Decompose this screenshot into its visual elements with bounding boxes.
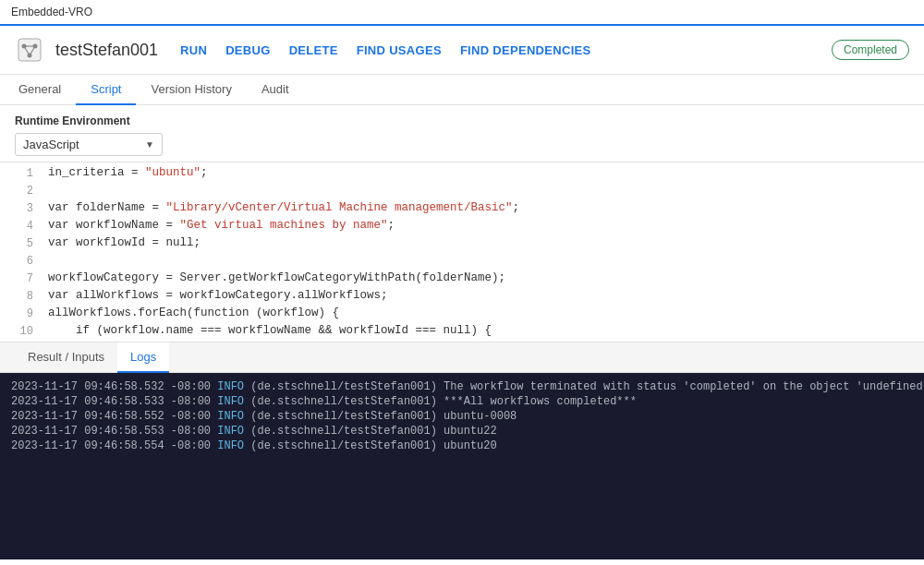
runtime-select[interactable]: JavaScript ▼ [15,133,163,156]
line-number: 9 [7,307,33,320]
tabs: General Script Version History Audit [0,75,924,105]
log-panel: 2023-11-17 09:46:58.532 -08:00 INFO (de.… [0,373,924,559]
tab-logs[interactable]: Logs [117,343,169,373]
runtime-value: JavaScript [23,138,79,151]
tab-audit[interactable]: Audit [247,75,304,105]
line-number: 7 [7,271,33,285]
code-line: 7workflowCategory = Server.getWorkflowCa… [0,271,924,289]
line-content: var allWorkflows = workflowCategory.allW… [48,289,388,302]
run-button[interactable]: RUN [180,43,207,57]
delete-button[interactable]: DELETE [289,43,338,57]
workflow-icon [15,35,44,65]
line-content: if (workflow.name === workflowName && wo… [48,324,492,337]
find-usages-button[interactable]: FIND USAGES [357,43,442,57]
line-number: 10 [7,324,33,338]
chevron-down-icon: ▼ [145,139,154,150]
code-editor[interactable]: 1in_criteria = "ubuntu";23var folderName… [0,162,924,342]
main-content: Runtime Environment JavaScript ▼ 1in_cri… [0,105,924,559]
code-line: 5var workflowId = null; [0,236,924,254]
code-line: 10 if (workflow.name === workflowName &&… [0,324,924,342]
line-number: 5 [7,236,33,250]
code-line: 2 [0,184,924,201]
debug-button[interactable]: DEBUG [225,43,270,57]
line-content: var folderName = "Library/vCenter/Virtua… [48,201,519,214]
line-number: 6 [7,254,33,268]
tab-general[interactable]: General [15,75,76,105]
code-line: 3var folderName = "Library/vCenter/Virtu… [0,201,924,219]
code-line: 1in_criteria = "ubuntu"; [0,166,924,184]
line-number: 1 [7,166,33,180]
bottom-tabs: Result / Inputs Logs [0,342,924,373]
line-content: var workflowId = null; [48,236,201,249]
workflow-name: testStefan001 [55,41,158,60]
code-line: 4var workflowName = "Get virtual machine… [0,219,924,236]
line-content: var workflowName = "Get virtual machines… [48,219,395,232]
header: testStefan001 RUN DEBUG DELETE FIND USAG… [0,26,924,75]
runtime-section: Runtime Environment JavaScript ▼ [0,105,924,162]
status-badge: Completed [832,40,909,60]
log-entry: 2023-11-17 09:46:58.553 -08:00 INFO (de.… [11,425,913,438]
line-content: allWorkflows.forEach(function (workflow)… [48,307,339,319]
find-dependencies-button[interactable]: FIND DEPENDENCIES [460,43,591,57]
code-line: 9allWorkflows.forEach(function (workflow… [0,307,924,324]
log-entry: 2023-11-17 09:46:58.532 -08:00 INFO (de.… [11,380,913,393]
line-number: 4 [7,219,33,233]
app-title: Embedded-VRO [11,6,92,18]
log-entry: 2023-11-17 09:46:58.554 -08:00 INFO (de.… [11,439,913,452]
tab-script[interactable]: Script [76,75,136,105]
code-line: 6 [0,254,924,271]
tab-version-history[interactable]: Version History [136,75,246,105]
code-line: 8var allWorkflows = workflowCategory.all… [0,289,924,307]
header-actions: RUN DEBUG DELETE FIND USAGES FIND DEPEND… [180,40,909,60]
line-number: 2 [7,184,33,198]
tab-result-inputs[interactable]: Result / Inputs [15,343,117,373]
line-content: workflowCategory = Server.getWorkflowCat… [48,271,505,284]
line-content: in_criteria = "ubuntu"; [48,166,208,179]
log-entry: 2023-11-17 09:46:58.552 -08:00 INFO (de.… [11,410,913,423]
runtime-label: Runtime Environment [15,114,909,127]
line-number: 8 [7,289,33,303]
top-bar: Embedded-VRO [0,0,924,26]
line-number: 3 [7,201,33,215]
log-entry: 2023-11-17 09:46:58.533 -08:00 INFO (de.… [11,395,913,408]
